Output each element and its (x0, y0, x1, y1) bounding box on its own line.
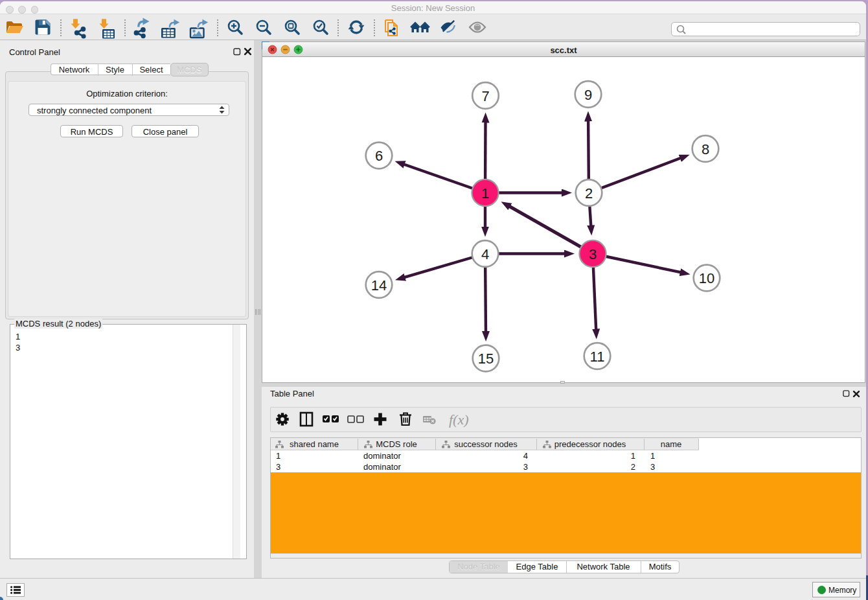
svg-text:9: 9 (584, 87, 592, 103)
svg-text:7: 7 (481, 88, 489, 104)
svg-text:4: 4 (481, 246, 489, 262)
svg-text:15: 15 (478, 351, 494, 367)
svg-text:3: 3 (589, 246, 597, 262)
svg-text:8: 8 (702, 141, 709, 157)
svg-text:6: 6 (375, 148, 383, 164)
svg-text:14: 14 (371, 277, 387, 294)
svg-text:1: 1 (481, 185, 489, 202)
svg-text:2: 2 (585, 185, 593, 202)
svg-text:11: 11 (590, 349, 605, 365)
svg-text:f(x): f(x) (449, 411, 469, 428)
svg-text:10: 10 (699, 270, 714, 286)
